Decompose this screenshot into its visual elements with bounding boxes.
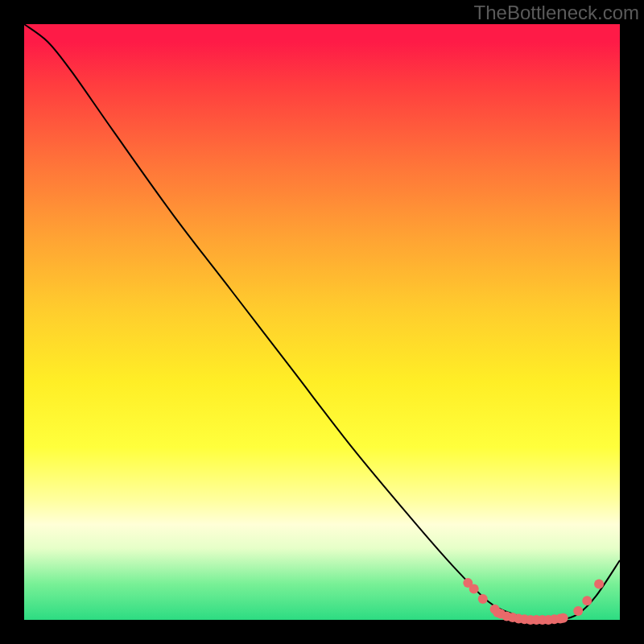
- chart-svg: [24, 24, 620, 620]
- chart-marker: [478, 594, 488, 604]
- watermark-text: TheBottleneck.com: [474, 2, 639, 24]
- chart-marker: [469, 584, 479, 594]
- chart-marker: [559, 613, 568, 623]
- chart-marker: [573, 606, 583, 616]
- chart-marker: [594, 580, 604, 589]
- chart-line: [24, 24, 620, 621]
- chart-marker: [582, 596, 592, 605]
- chart-markers: [463, 578, 604, 625]
